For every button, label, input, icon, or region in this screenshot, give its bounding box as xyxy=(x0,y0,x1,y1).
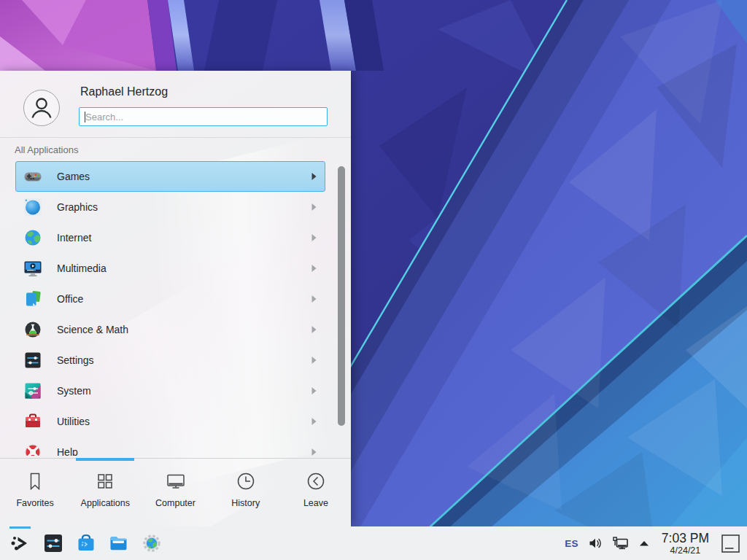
gamepad-icon xyxy=(23,167,42,186)
submenu-arrow-icon xyxy=(311,418,317,425)
blue-folder-icon xyxy=(108,532,130,554)
tab-applications[interactable]: Applications xyxy=(70,459,140,526)
tab-history[interactable]: History xyxy=(211,459,281,526)
user-name: Raphael Hertzog xyxy=(80,85,168,98)
launcher-tabbar: Favorites Applications xyxy=(0,458,351,526)
category-label: Internet xyxy=(57,232,91,244)
taskbar-apps xyxy=(0,526,168,560)
monitor-icon xyxy=(165,470,187,492)
submenu-arrow-icon xyxy=(311,234,317,241)
category-label: Graphics xyxy=(57,201,98,213)
category-label: Utilities xyxy=(57,416,90,427)
submenu-arrow-icon xyxy=(311,203,317,211)
tab-label: Favorites xyxy=(16,498,53,508)
tab-label: History xyxy=(231,498,260,508)
application-launcher-button[interactable] xyxy=(4,526,36,560)
grid-icon xyxy=(94,470,116,492)
user-avatar[interactable] xyxy=(23,90,60,126)
category-science[interactable]: Science & Math xyxy=(15,314,325,345)
section-label: All Applications xyxy=(15,144,78,155)
globe-gear-icon xyxy=(141,532,163,554)
volume-icon[interactable] xyxy=(588,536,603,551)
discover-button[interactable] xyxy=(69,526,102,560)
show-desktop-button[interactable] xyxy=(721,534,740,553)
category-help[interactable]: Help xyxy=(15,437,325,456)
system-settings-button[interactable] xyxy=(36,526,69,560)
category-list: Games Graphics xyxy=(15,161,325,456)
submenu-arrow-icon xyxy=(311,265,317,272)
web-browser-button[interactable] xyxy=(135,526,168,560)
graphics-ball-icon xyxy=(23,198,42,217)
expand-tray-caret-icon[interactable] xyxy=(638,540,650,547)
category-games[interactable]: Games xyxy=(15,161,325,192)
category-label: Multimedia xyxy=(57,262,107,274)
leave-circle-icon xyxy=(305,470,327,492)
category-internet[interactable]: Internet xyxy=(15,222,325,253)
submenu-arrow-icon xyxy=(311,326,317,333)
settings-sliders-icon xyxy=(42,532,64,554)
tab-label: Computer xyxy=(155,498,196,508)
bookmark-icon xyxy=(24,470,46,492)
application-launcher-panel: Raphael Hertzog All Applications xyxy=(0,71,351,526)
category-graphics[interactable]: Graphics xyxy=(15,192,325,222)
science-flask-icon xyxy=(23,320,42,339)
tab-favorites[interactable]: Favorites xyxy=(0,459,70,526)
submenu-arrow-icon xyxy=(311,295,317,303)
category-label: Science & Math xyxy=(57,324,128,335)
scrollbar-thumb[interactable] xyxy=(338,166,345,426)
launcher-header: Raphael Hertzog xyxy=(0,71,351,138)
settings-sliders-icon xyxy=(23,351,42,370)
keyboard-layout-indicator[interactable]: ES xyxy=(565,538,578,549)
system-sliders-icon xyxy=(23,381,42,400)
system-tray: ES xyxy=(565,532,747,556)
taskbar: ES xyxy=(0,526,747,560)
category-label: Help xyxy=(57,446,78,456)
category-label: Settings xyxy=(57,354,94,366)
user-icon xyxy=(24,90,59,125)
submenu-arrow-icon xyxy=(311,448,317,456)
tab-label: Applications xyxy=(81,498,130,508)
category-multimedia[interactable]: Multimedia xyxy=(15,253,325,284)
category-label: Office xyxy=(57,293,83,305)
help-lifebuoy-icon xyxy=(23,443,42,456)
category-office[interactable]: Office xyxy=(15,284,325,314)
network-icon[interactable] xyxy=(612,536,629,551)
software-bag-icon xyxy=(75,532,97,554)
desktop: Raphael Hertzog All Applications xyxy=(0,0,747,560)
office-documents-icon xyxy=(23,289,42,308)
kde-launcher-icon xyxy=(9,532,31,554)
category-label: Games xyxy=(57,171,90,182)
clock-time: 7:03 PM xyxy=(662,532,709,545)
tab-computer[interactable]: Computer xyxy=(140,459,210,526)
tab-leave[interactable]: Leave xyxy=(281,459,351,526)
submenu-arrow-icon xyxy=(311,173,317,180)
file-manager-button[interactable] xyxy=(102,526,135,560)
submenu-arrow-icon xyxy=(311,357,317,364)
digital-clock[interactable]: 7:03 PM 4/24/21 xyxy=(659,532,711,556)
clock-icon xyxy=(235,470,257,492)
text-caret xyxy=(85,112,85,122)
category-utilities[interactable]: Utilities xyxy=(15,406,325,437)
category-label: System xyxy=(57,385,91,397)
tab-label: Leave xyxy=(303,498,328,508)
search-box[interactable] xyxy=(79,107,328,126)
show-desktop-icon xyxy=(721,534,740,553)
utilities-toolbox-icon xyxy=(23,412,42,431)
search-input[interactable] xyxy=(80,108,327,125)
globe-icon xyxy=(23,228,42,247)
clock-date: 4/24/21 xyxy=(662,545,709,556)
category-system[interactable]: System xyxy=(15,376,325,406)
multimedia-monitor-icon xyxy=(23,259,42,278)
category-settings[interactable]: Settings xyxy=(15,345,325,376)
submenu-arrow-icon xyxy=(311,387,317,394)
